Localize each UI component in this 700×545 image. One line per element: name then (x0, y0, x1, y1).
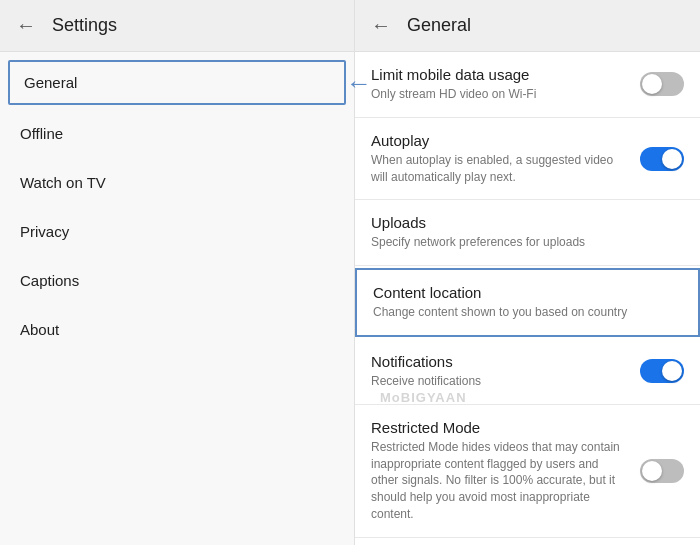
settings-item-content-location[interactable]: →Content locationChange content shown to… (355, 268, 700, 337)
settings-list: Limit mobile data usageOnly stream HD vi… (355, 52, 700, 538)
settings-item-notifications[interactable]: NotificationsReceive notifications (355, 339, 700, 405)
left-header: ← Settings (0, 0, 354, 52)
settings-item-desc-restricted-mode: Restricted Mode hides videos that may co… (371, 439, 628, 523)
settings-item-title-content-location: Content location (373, 284, 670, 301)
toggle-knob-autoplay (662, 149, 682, 169)
toggle-restricted-mode[interactable] (640, 459, 684, 483)
settings-item-desc-notifications: Receive notifications (371, 373, 628, 390)
nav-item-about[interactable]: About (0, 305, 354, 354)
settings-item-desc-limit-mobile-data: Only stream HD video on Wi-Fi (371, 86, 628, 103)
settings-item-text-content-location: Content locationChange content shown to … (373, 284, 682, 321)
left-back-button[interactable]: ← (16, 14, 36, 37)
right-back-button[interactable]: ← (371, 14, 391, 37)
right-panel: ← General Limit mobile data usageOnly st… (355, 0, 700, 545)
app-container: ← Settings General←OfflineWatch on TVPri… (0, 0, 700, 545)
settings-title: Settings (52, 15, 117, 36)
settings-item-title-notifications: Notifications (371, 353, 628, 370)
toggle-knob-limit-mobile-data (642, 74, 662, 94)
settings-item-desc-content-location: Change content shown to you based on cou… (373, 304, 670, 321)
nav-list: General←OfflineWatch on TVPrivacyCaption… (0, 52, 354, 354)
left-panel: ← Settings General←OfflineWatch on TVPri… (0, 0, 355, 545)
general-title: General (407, 15, 471, 36)
settings-item-text-autoplay: AutoplayWhen autoplay is enabled, a sugg… (371, 132, 640, 186)
settings-item-restricted-mode[interactable]: Restricted ModeRestricted Mode hides vid… (355, 405, 700, 538)
settings-item-title-limit-mobile-data: Limit mobile data usage (371, 66, 628, 83)
toggle-knob-restricted-mode (642, 461, 662, 481)
nav-item-watch-on-tv[interactable]: Watch on TV (0, 158, 354, 207)
active-item-arrow: ← (346, 67, 372, 98)
right-header: ← General (355, 0, 700, 52)
settings-item-title-uploads: Uploads (371, 214, 672, 231)
settings-item-text-uploads: UploadsSpecify network preferences for u… (371, 214, 684, 251)
nav-item-offline[interactable]: Offline (0, 109, 354, 158)
settings-item-limit-mobile-data[interactable]: Limit mobile data usageOnly stream HD vi… (355, 52, 700, 118)
nav-item-general[interactable]: General← (8, 60, 346, 105)
settings-item-uploads[interactable]: UploadsSpecify network preferences for u… (355, 200, 700, 266)
toggle-limit-mobile-data[interactable] (640, 72, 684, 96)
nav-item-privacy[interactable]: Privacy (0, 207, 354, 256)
settings-item-desc-autoplay: When autoplay is enabled, a suggested vi… (371, 152, 628, 186)
settings-item-text-notifications: NotificationsReceive notifications (371, 353, 640, 390)
toggle-autoplay[interactable] (640, 147, 684, 171)
settings-item-text-limit-mobile-data: Limit mobile data usageOnly stream HD vi… (371, 66, 640, 103)
settings-item-autoplay[interactable]: AutoplayWhen autoplay is enabled, a sugg… (355, 118, 700, 201)
toggle-knob-notifications (662, 361, 682, 381)
nav-item-captions[interactable]: Captions (0, 256, 354, 305)
settings-item-title-restricted-mode: Restricted Mode (371, 419, 628, 436)
toggle-notifications[interactable] (640, 359, 684, 383)
settings-item-desc-uploads: Specify network preferences for uploads (371, 234, 672, 251)
settings-item-title-autoplay: Autoplay (371, 132, 628, 149)
settings-item-text-restricted-mode: Restricted ModeRestricted Mode hides vid… (371, 419, 640, 523)
